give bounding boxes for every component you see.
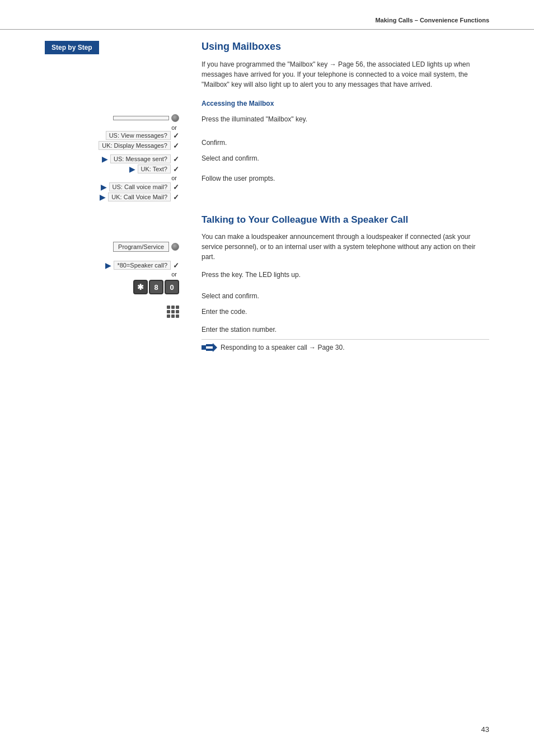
main-content: Step by Step Using Mailboxes If you have… — [0, 30, 534, 112]
colleague-step3: Enter the code. — [202, 307, 489, 317]
check-mark-1: ✓ — [173, 132, 179, 140]
led-indicator — [171, 114, 179, 122]
accessing-mailbox-title: Accessing the Mailbox — [202, 100, 489, 107]
or-label-2: or — [45, 175, 179, 181]
mailbox-steps: or US: View messages? ✓ UK: Display Mess… — [0, 112, 534, 203]
svg-rect-1 — [206, 344, 214, 346]
using-mailboxes-body: If you have programmed the "Mailbox" key… — [202, 59, 489, 90]
svg-rect-0 — [202, 345, 206, 350]
mailbox-steps-right: Press the illuminated "Mailbox" key. Con… — [190, 112, 489, 203]
colleague-step4: Enter the station number. — [202, 325, 489, 335]
speaker-call-label: *80=Speaker call? — [114, 261, 171, 270]
check-item-us-view: US: View messages? ✓ — [45, 131, 179, 140]
arrow-check-uk-text: ▶ UK: Text? ✓ — [45, 165, 179, 173]
svg-marker-3 — [213, 343, 217, 352]
uk-text-label: UK: Text? — [138, 165, 171, 173]
right-column: Using Mailboxes If you have programmed t… — [190, 30, 489, 112]
or-label-3: or — [45, 271, 179, 278]
step3-instruction: Select and confirm. — [202, 153, 489, 163]
mailbox-key-button[interactable] — [113, 116, 169, 120]
message-sent-checks: ▶ US: Message sent? ✓ ▶ UK: Text? ✓ — [45, 154, 179, 173]
spacer-1 — [202, 126, 489, 138]
arrow-check-speaker: ▶ *80=Speaker call? ✓ — [45, 261, 179, 270]
step2-instruction: Confirm. — [202, 138, 489, 148]
bullet-arrow-5: ▶ — [105, 261, 111, 270]
colleague-step1: Press the key. The LED lights up. — [202, 270, 489, 280]
us-view-label: US: View messages? — [106, 131, 171, 140]
reference-text: Responding to a speaker call → Page 30. — [221, 344, 344, 351]
program-service-key[interactable]: Program/Service — [113, 242, 169, 252]
us-msg-label: US: Message sent? — [110, 154, 171, 163]
colleague-body: You can make a loudspeaker announcement … — [202, 232, 489, 262]
page-header: Making Calls – Convenience Functions — [0, 0, 534, 30]
program-service-row: Program/Service — [45, 242, 179, 252]
check-item-uk-display: UK: Display Messages? ✓ — [45, 141, 179, 150]
zero-button[interactable]: 0 — [165, 280, 179, 294]
svg-rect-2 — [206, 349, 214, 351]
or-label-1: or — [45, 124, 179, 131]
arrow-check-us-msg: ▶ US: Message sent? ✓ — [45, 154, 179, 163]
check-mark-7: ✓ — [173, 261, 179, 270]
spacer-2 — [202, 163, 489, 172]
star-button[interactable]: ✱ — [133, 280, 148, 294]
check-mark-3: ✓ — [173, 155, 179, 163]
page-number: 43 — [481, 725, 489, 734]
uk-vm-label: UK: Call Voice Mail? — [108, 192, 171, 201]
bullet-arrow-1: ▶ — [102, 154, 108, 163]
colleague-title: Talking to Your Colleague With a Speaker… — [202, 214, 489, 226]
ref-arrow-icon — [202, 343, 217, 352]
using-mailboxes-title: Using Mailboxes — [202, 41, 489, 53]
check-mark-6: ✓ — [173, 193, 179, 201]
check-mark-4: ✓ — [173, 165, 179, 173]
check-mark-2: ✓ — [173, 142, 179, 150]
speaker-call-row: ▶ *80=Speaker call? ✓ — [45, 261, 179, 270]
mailbox-steps-left: or US: View messages? ✓ UK: Display Mess… — [45, 112, 190, 203]
reference-row: Responding to a speaker call → Page 30. — [202, 343, 489, 352]
bullet-arrow-3: ▶ — [101, 182, 107, 191]
bullet-arrow-2: ▶ — [129, 165, 135, 173]
step-divider — [202, 339, 489, 340]
page-wrapper: Making Calls – Convenience Functions Ste… — [0, 0, 534, 756]
colleague-section: Program/Service ▶ *80=Speaker call? ✓ or… — [0, 214, 534, 352]
colleague-step2: Select and confirm. — [202, 291, 489, 301]
uk-display-label: UK: Display Messages? — [99, 141, 171, 150]
arrow-check-us-vm: ▶ US: Call voice mail? ✓ — [45, 182, 179, 191]
eight-button[interactable]: 8 — [149, 280, 163, 294]
header-title: Making Calls – Convenience Functions — [375, 17, 489, 24]
led-indicator-2 — [171, 243, 179, 251]
step1-instruction: Press the illuminated "Mailbox" key. — [202, 114, 489, 124]
colleague-right: Talking to Your Colleague With a Speaker… — [190, 214, 489, 352]
keypad-row — [45, 306, 179, 318]
keypad-icon — [167, 306, 179, 318]
left-column: Step by Step — [45, 30, 190, 112]
check-mark-5: ✓ — [173, 183, 179, 191]
colleague-left: Program/Service ▶ *80=Speaker call? ✓ or… — [45, 214, 190, 352]
arrow-check-uk-vm: ▶ UK: Call Voice Mail? ✓ — [45, 192, 179, 201]
us-vm-label: US: Call voice mail? — [109, 182, 171, 191]
call-voicemail-checks: ▶ US: Call voice mail? ✓ ▶ UK: Call Voic… — [45, 182, 179, 201]
view-messages-checks: US: View messages? ✓ UK: Display Message… — [45, 131, 179, 150]
page-footer: 43 — [481, 725, 489, 734]
step-by-step-label: Step by Step — [45, 41, 99, 54]
step4-instruction: Follow the user prompts. — [202, 173, 489, 184]
bullet-arrow-4: ▶ — [100, 192, 106, 201]
code-buttons-row: ✱ 8 0 — [45, 280, 179, 294]
